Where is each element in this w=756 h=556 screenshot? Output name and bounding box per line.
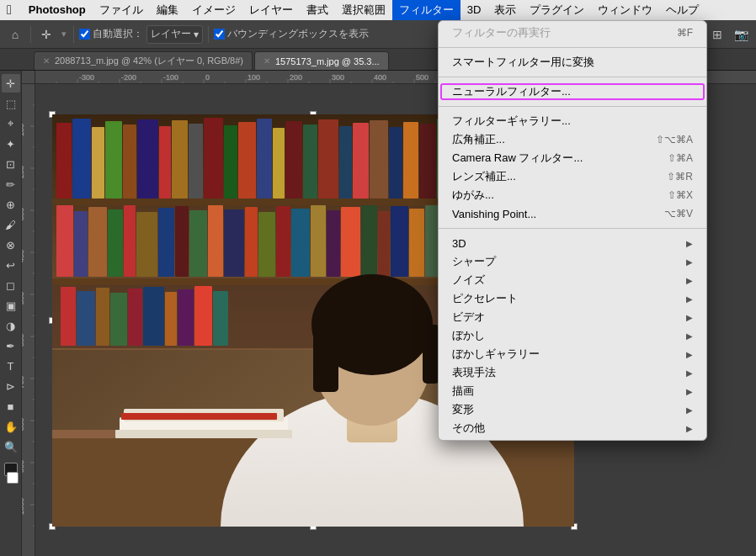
menu-photoshop[interactable]: Photoshop	[22, 0, 93, 20]
svg-rect-94	[419, 124, 436, 199]
menu-camera-raw-shortcut: ⇧⌘A	[668, 152, 693, 164]
magic-wand-btn[interactable]: ✦	[2, 135, 20, 153]
transform-icon[interactable]: ⊞	[707, 24, 727, 45]
layer-dropdown-label: レイヤー	[151, 27, 191, 41]
menu-reapply-filter[interactable]: フィルターの再実行 ⌘F	[439, 24, 706, 42]
move-tool-btn[interactable]: ✛	[2, 74, 20, 93]
menu-lens[interactable]: レンズ補正... ⇧⌘R	[439, 167, 706, 186]
lasso-tool-btn[interactable]: ⌖	[2, 114, 20, 133]
svg-rect-85	[273, 128, 285, 199]
menu-pixelate-label: ピクセレート	[452, 291, 518, 306]
menu-wide-angle[interactable]: 広角補正... ⇧⌥⌘A	[439, 130, 706, 149]
home-button[interactable]: ⌂	[5, 24, 25, 45]
menu-neural-filter[interactable]: ニューラルフィルター...	[439, 82, 706, 101]
menu-image[interactable]: イメージ	[185, 0, 242, 20]
svg-text:800: 800	[22, 418, 25, 431]
menu-filter[interactable]: フィルター	[392, 0, 461, 20]
menu-plugins[interactable]: プラグイン	[523, 0, 591, 20]
apple-menu[interactable]: 	[7, 3, 12, 18]
move-tool-arrow: ▾	[61, 29, 67, 40]
menu-blur-gallery[interactable]: ぼかしギャラリー	[439, 345, 706, 363]
svg-rect-125	[409, 209, 424, 277]
camera-icon[interactable]: 📷	[731, 24, 751, 45]
selection-tool-btn[interactable]: ⬚	[2, 94, 20, 113]
svg-rect-122	[361, 205, 377, 277]
menu-3d-label: 3D	[452, 237, 466, 250]
menu-pixelate[interactable]: ピクセレート	[439, 289, 706, 308]
background-color-btn[interactable]	[7, 472, 19, 484]
text-btn[interactable]: T	[2, 357, 20, 375]
tab-close-1[interactable]: ✕	[43, 56, 50, 66]
menu-render[interactable]: 描画	[439, 382, 706, 400]
svg-rect-73	[72, 119, 91, 199]
menu-3d[interactable]: 3D	[461, 0, 488, 20]
menu-section-submenus: 3D シャープ ノイズ ピクセレート ビデオ ぼかし ぼかしギャラリー 表現手法…	[439, 231, 706, 440]
svg-rect-75	[105, 121, 122, 199]
tab-label-1: 2088713_m.jpg @ 42% (レイヤー 0, RGB/8#)	[55, 55, 243, 67]
menu-window[interactable]: ウィンドウ	[591, 0, 659, 20]
menu-select[interactable]: 選択範囲	[335, 0, 392, 20]
menu-type[interactable]: 書式	[300, 0, 335, 20]
menu-noise[interactable]: ノイズ	[439, 271, 706, 289]
menu-gallery[interactable]: フィルターギャラリー...	[439, 112, 706, 130]
menu-stylize[interactable]: 表現手法	[439, 363, 706, 382]
menu-smart-filter[interactable]: スマートフィルター用に変換	[439, 53, 706, 71]
svg-rect-153	[313, 325, 338, 392]
menu-lens-label: レンズ補正...	[452, 169, 516, 184]
auto-select-checkbox[interactable]	[79, 29, 90, 40]
menu-distort[interactable]: ゆがみ... ⇧⌘X	[439, 186, 706, 204]
brush-btn[interactable]: 🖌	[2, 215, 20, 234]
crop-tool-btn[interactable]: ⊡	[2, 155, 20, 173]
svg-text:100: 100	[22, 124, 25, 136]
menu-3d[interactable]: 3D	[439, 234, 706, 252]
heal-brush-btn[interactable]: ⊕	[2, 195, 20, 214]
menu-file[interactable]: ファイル	[93, 0, 150, 20]
svg-rect-91	[370, 120, 388, 199]
svg-rect-124	[391, 206, 408, 277]
menu-other[interactable]: その他	[439, 419, 706, 437]
svg-text:1000: 1000	[22, 498, 25, 515]
svg-text:900: 900	[22, 460, 25, 473]
svg-rect-120	[327, 210, 340, 277]
menu-help[interactable]: ヘルプ	[659, 0, 705, 20]
menu-stylize-label: 表現手法	[452, 365, 496, 380]
svg-text:100: 100	[248, 73, 260, 82]
menu-divider-3	[439, 106, 706, 107]
menu-sharpen[interactable]: シャープ	[439, 252, 706, 271]
svg-rect-89	[339, 126, 352, 199]
layer-dropdown-arrow: ▾	[194, 29, 199, 40]
eyedropper-btn[interactable]: ✏	[2, 175, 20, 193]
layer-dropdown[interactable]: レイヤー ▾	[146, 25, 203, 44]
tab-1[interactable]: ✕ 2088713_m.jpg @ 42% (レイヤー 0, RGB/8#)	[34, 51, 253, 70]
bounding-box-checkbox[interactable]	[214, 29, 225, 40]
shape-btn[interactable]: ■	[2, 397, 20, 416]
menu-vanishing-point[interactable]: Vanishing Point... ⌥⌘V	[439, 204, 706, 223]
menu-view[interactable]: 表示	[487, 0, 523, 20]
menu-divider-2	[439, 77, 706, 77]
pen-btn[interactable]: ✒	[2, 336, 20, 355]
history-brush-btn[interactable]: ↩	[2, 256, 20, 274]
path-select-btn[interactable]: ⊳	[2, 377, 20, 395]
svg-rect-112	[189, 210, 207, 277]
svg-rect-104	[56, 205, 73, 277]
svg-rect-139	[96, 288, 109, 346]
eraser-btn[interactable]: ◻	[2, 276, 20, 294]
menu-camera-raw[interactable]: Camera Raw フィルター... ⇧⌘A	[439, 149, 706, 167]
menu-distortion[interactable]: 変形	[439, 400, 706, 419]
hand-btn[interactable]: ✋	[2, 417, 20, 436]
menu-blur[interactable]: ぼかし	[439, 326, 706, 345]
dodge-btn[interactable]: ◑	[2, 316, 20, 335]
menu-video[interactable]: ビデオ	[439, 308, 706, 326]
svg-rect-118	[291, 209, 310, 277]
menu-lens-shortcut: ⇧⌘R	[667, 171, 693, 183]
tab-2[interactable]: ✕ 1575173_m.jpg @ 35.3...	[254, 51, 389, 70]
menu-layer[interactable]: レイヤー	[242, 0, 300, 20]
zoom-btn[interactable]: 🔍	[2, 437, 20, 456]
tab-close-2[interactable]: ✕	[264, 56, 270, 66]
svg-rect-74	[92, 127, 104, 199]
menu-edit[interactable]: 編集	[150, 0, 185, 20]
move-tool[interactable]: ✛	[36, 24, 56, 45]
svg-rect-140	[110, 293, 127, 346]
clone-stamp-btn[interactable]: ⊗	[2, 236, 20, 254]
gradient-btn[interactable]: ▣	[2, 296, 20, 315]
